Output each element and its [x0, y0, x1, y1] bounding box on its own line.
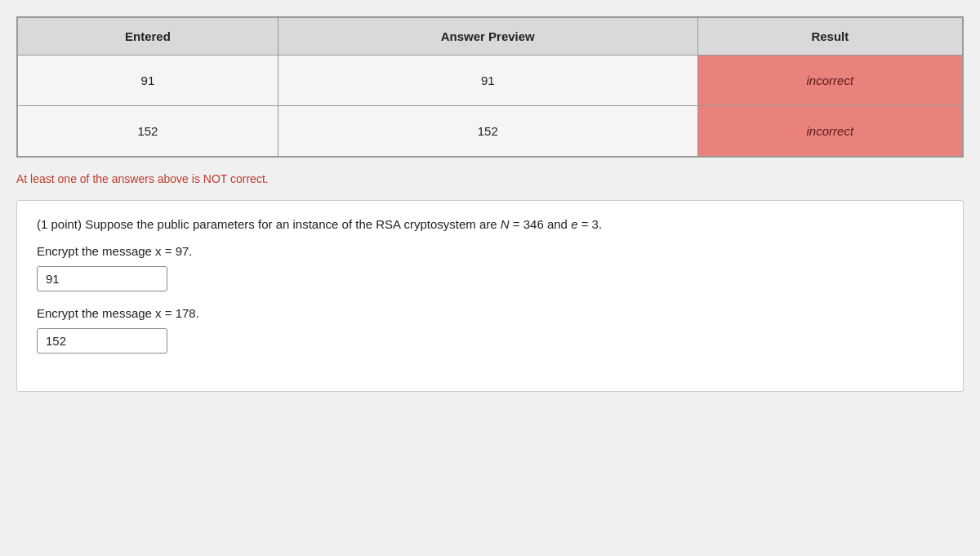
preview-value-2: 152: [278, 106, 697, 157]
question-end: = 3.: [577, 217, 602, 231]
question-box: (1 point) Suppose the public parameters …: [16, 200, 964, 392]
table-row: 91 91 incorrect: [18, 56, 963, 106]
encrypt2-input[interactable]: [37, 328, 167, 354]
answer-table: Entered Answer Preview Result 91 91 inco…: [16, 16, 964, 158]
encrypt1-label: Encrypt the message x = 97.: [37, 244, 943, 258]
result-value-1: incorrect: [697, 56, 962, 106]
col-header-entered: Entered: [18, 18, 278, 56]
question-mid: = 346 and: [510, 217, 571, 231]
entered-value-1: 91: [18, 56, 278, 106]
col-header-result: Result: [697, 18, 962, 56]
encrypt2-label: Encrypt the message x = 178.: [37, 306, 943, 320]
question-text: (1 point) Suppose the public parameters …: [37, 217, 943, 231]
not-correct-message: At least one of the answers above is NOT…: [16, 172, 964, 185]
result-value-2: incorrect: [697, 106, 962, 157]
question-intro: (1 point) Suppose the public parameters …: [37, 217, 501, 231]
preview-value-1: 91: [278, 56, 697, 106]
table-row: 152 152 incorrect: [18, 106, 963, 157]
entered-value-2: 152: [18, 106, 278, 157]
encrypt1-input[interactable]: [37, 266, 167, 291]
col-header-preview: Answer Preview: [278, 18, 697, 56]
N-italic: N: [501, 217, 510, 231]
